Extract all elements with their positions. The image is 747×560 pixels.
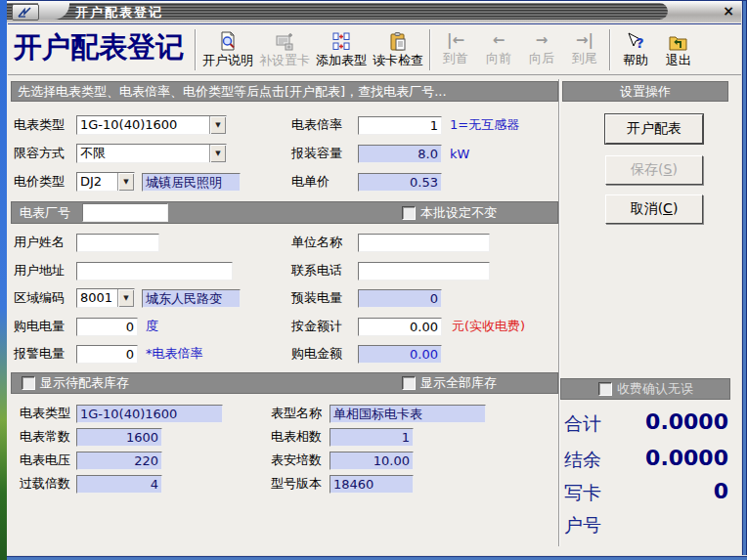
meter-factory-no-bar: 电表厂号 本批设定不变 (11, 201, 558, 224)
form-row: 电表类型 1G-10(40)1600 表型名称 单相国标电卡表 (11, 404, 558, 423)
toolbar-button-read-card-check[interactable]: 读卡检查 (370, 30, 426, 69)
company-name-label: 单位名称 (291, 234, 352, 251)
clipboard-check-icon (387, 30, 409, 52)
toolbar-separator (609, 29, 611, 70)
customer-name-label: 用户姓名 (14, 234, 76, 251)
total-row: 合计 0.0000 (562, 409, 730, 435)
account-no-label: 户号 (564, 513, 601, 538)
nav-next-button[interactable]: → 向后 (520, 31, 563, 67)
go-last-icon: →| (576, 31, 593, 50)
by-amount-hint: 元(实收电费) (452, 318, 525, 335)
chevron-down-icon[interactable]: ▼ (209, 116, 226, 134)
nav-first-button[interactable]: |← 到首 (434, 31, 477, 67)
toolbar-button-add-meter-type[interactable]: 添加表型 (313, 30, 370, 69)
doc-search-icon (217, 30, 239, 52)
limit-mode-label: 限容方式 (14, 145, 76, 162)
titlebar: 开户配表登记 × (7, 1, 747, 22)
window-title: 开户配表登记 (75, 4, 163, 22)
batch-fixed-checkbox[interactable] (402, 206, 416, 220)
form-row: 过载倍数 4 型号版本 18460 (11, 474, 558, 494)
go-first-icon: |← (447, 31, 464, 50)
overload-factor-label: 过载倍数 (20, 475, 76, 493)
instruction-bar: 先选择电表类型、电表倍率、电价类型等后点击[开户配表]，查找电表厂号... (11, 81, 558, 102)
toolbar-separator (195, 29, 197, 70)
stock-meter-type-label: 电表类型 (20, 405, 76, 422)
price-type-combobox[interactable]: DJ2 ▼ (76, 172, 135, 192)
model-name-field: 单相国标电卡表 (330, 405, 486, 423)
form-row: 用户地址 联系电话 (11, 261, 558, 280)
form-row: 购电电量 度 按金额计 元(实收电费) (11, 317, 558, 336)
chevron-down-icon[interactable]: ▼ (117, 173, 134, 191)
purchase-energy-input[interactable] (76, 318, 138, 336)
model-version-label: 型号版本 (271, 475, 326, 493)
factory-no-input[interactable] (82, 203, 168, 222)
fee-confirm-checkbox[interactable] (598, 382, 612, 396)
save-button[interactable]: 保存(S) (605, 155, 703, 185)
multiplier-input[interactable] (358, 116, 442, 135)
form-row: 电表电压 220 表安培数 10.00 (11, 451, 558, 470)
area-code-combobox[interactable]: 8001 ▼ (76, 288, 135, 308)
open-account-assign-meter-button[interactable]: 开户配表 (605, 114, 703, 144)
purchase-amount-field: 0.00 (358, 345, 442, 364)
capacity-field: 8.0 (358, 145, 442, 163)
factory-no-label: 电表厂号 (20, 204, 82, 222)
meter-voltage-label: 电表电压 (20, 452, 76, 469)
toolbar-button-supplement-card[interactable]: 补设置卡 (256, 30, 313, 69)
total-value: 0.0000 (645, 409, 728, 434)
purchase-energy-label: 购电电量 (14, 318, 76, 335)
total-label: 合计 (564, 411, 601, 437)
balance-label: 结余 (564, 448, 601, 473)
write-card-label: 写卡 (564, 481, 601, 506)
page-title: 开户配表登记 (8, 28, 192, 71)
cancel-button[interactable]: 取消(C) (605, 194, 703, 224)
meter-amperes-label: 表安培数 (271, 452, 326, 469)
go-next-icon: → (536, 31, 549, 50)
area-code-desc: 城东人民路变 (142, 289, 241, 308)
stock-meter-type-field: 1G-10(40)1600 (76, 405, 223, 423)
close-button[interactable]: × (720, 3, 737, 20)
toolbar-button-account-note[interactable]: 开户说明 (199, 30, 256, 69)
toolbar-separator (429, 29, 431, 70)
panel-divider (558, 79, 560, 546)
customer-name-input[interactable] (76, 234, 159, 252)
unit-price-field: 0.53 (358, 173, 442, 192)
help-cursor-icon: ? (625, 30, 646, 52)
exit-button[interactable]: 退出 (657, 30, 700, 69)
alarm-energy-input[interactable] (76, 345, 138, 364)
preset-energy-label: 预装电量 (291, 289, 352, 307)
balance-row: 结余 0.0000 (562, 446, 730, 471)
by-amount-input[interactable] (358, 318, 442, 336)
model-version-field: 18460 (330, 475, 414, 494)
customer-address-input[interactable] (76, 262, 233, 280)
write-card-row: 写卡 0 (562, 479, 730, 504)
meter-type-combobox[interactable]: 1G-10(40)1600 ▼ (76, 115, 227, 135)
limit-mode-combobox[interactable]: 不限 ▼ (76, 144, 227, 163)
alarm-energy-hint: *电表倍率 (146, 345, 203, 363)
help-button[interactable]: ? 帮助 (614, 30, 657, 69)
preset-energy-field: 0 (358, 289, 442, 308)
company-name-input[interactable] (358, 234, 490, 252)
chevron-down-icon[interactable]: ▼ (117, 289, 134, 307)
meter-phases-label: 电表相数 (271, 428, 326, 446)
show-all-stock-label: 显示全部库存 (420, 374, 497, 392)
client-area: 先选择电表类型、电表倍率、电价类型等后点击[开户配表]，查找电表厂号... 电表… (11, 77, 737, 553)
show-all-stock-checkbox[interactable] (402, 376, 416, 390)
phone-input[interactable] (358, 262, 490, 280)
window-bottom-frame (7, 555, 747, 560)
show-pending-stock-checkbox[interactable] (22, 376, 35, 390)
nav-last-button[interactable]: →| 到尾 (563, 31, 606, 67)
price-type-desc: 城镇居民照明 (142, 173, 241, 192)
account-no-row: 户号 (562, 511, 730, 537)
chevron-down-icon[interactable]: ▼ (209, 145, 226, 162)
form-row: 报警电量 *电表倍率 购电金额 0.00 (11, 344, 558, 364)
window-logo-icon[interactable] (12, 4, 39, 21)
batch-fixed-checkbox-label: 本批设定不变 (420, 204, 497, 222)
side-panel-header: 设置操作 (562, 81, 728, 102)
unit-price-label: 电单价 (291, 173, 352, 191)
card-add-icon (274, 30, 295, 52)
show-pending-stock-label: 显示待配表库存 (40, 374, 129, 392)
multiplier-label: 电表倍率 (291, 116, 352, 134)
form-row: 电表类型 1G-10(40)1600 ▼ 电表倍率 1=无互感器 (11, 115, 558, 135)
meter-constant-field: 1600 (76, 428, 162, 447)
nav-previous-button[interactable]: ← 向前 (477, 31, 520, 67)
